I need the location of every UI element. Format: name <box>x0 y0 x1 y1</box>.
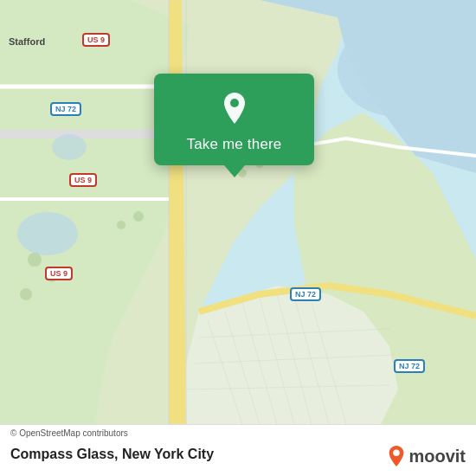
location-pin-icon <box>215 89 254 127</box>
road-badge-us9-mid: US 9 <box>69 173 97 187</box>
road-badge-us9-bot: US 9 <box>45 267 73 280</box>
svg-point-24 <box>394 450 400 456</box>
road-badge-nj72-far: NJ 72 <box>394 359 425 373</box>
take-me-there-label: Take me there <box>187 136 282 153</box>
bottom-bar: © OpenStreetMap contributors Compass Gla… <box>0 424 476 476</box>
moovit-text: moovit <box>408 447 466 466</box>
svg-point-19 <box>117 221 125 229</box>
svg-point-16 <box>28 253 42 267</box>
svg-point-15 <box>52 134 87 160</box>
road-badge-nj72-left: NJ 72 <box>50 102 81 116</box>
road-badge-us9-top: US 9 <box>82 33 110 47</box>
svg-point-18 <box>20 288 32 300</box>
svg-point-23 <box>230 99 239 107</box>
svg-point-13 <box>338 22 459 117</box>
stafford-label: Stafford <box>9 36 45 47</box>
svg-point-20 <box>133 211 144 222</box>
road-badge-nj72-right: NJ 72 <box>290 287 321 301</box>
attribution-text: © OpenStreetMap contributors <box>10 428 128 438</box>
place-name: Compass Glass, New York City <box>10 447 214 462</box>
popup-card[interactable]: Take me there <box>154 74 314 165</box>
svg-point-14 <box>17 212 78 255</box>
moovit-pin-icon <box>387 445 406 467</box>
moovit-logo: moovit <box>387 445 466 467</box>
map-container: US 9 NJ 72 US 9 US 9 NJ 72 NJ 72 Staffor… <box>0 0 476 424</box>
